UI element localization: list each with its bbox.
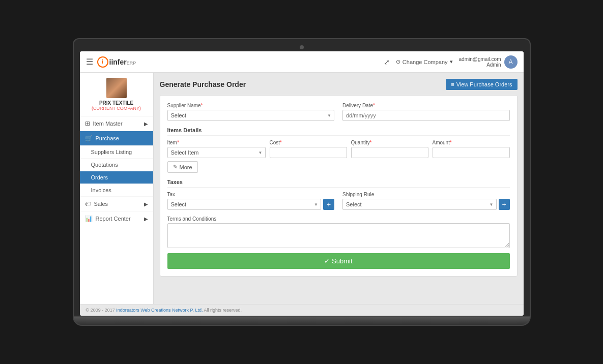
shipping-add-button[interactable]: +: [499, 199, 510, 210]
item-select-wrapper: Select Item: [167, 147, 266, 158]
item-master-icon: ⊞: [85, 120, 90, 127]
taxes-section-title: Taxes: [167, 179, 510, 188]
logo-text: iinfer: [109, 58, 127, 66]
sidebar-item-item-master[interactable]: ⊞ Item Master ▶: [80, 116, 153, 131]
table-icon: ≡: [451, 81, 454, 87]
terms-textarea[interactable]: [167, 223, 510, 248]
shipping-rule-label: Shipping Rule: [342, 192, 510, 197]
user-email: admin@gmail.com: [459, 56, 501, 62]
delivery-date-group: Delivery Date*: [342, 103, 510, 121]
user-text: admin@gmail.com Admin: [459, 56, 501, 68]
sidebar-item-orders[interactable]: Orders: [80, 171, 153, 184]
terms-label: Terms and Conditions: [167, 216, 510, 222]
delivery-date-input[interactable]: [342, 110, 510, 121]
logo-circle: i: [97, 56, 108, 68]
topbar-right: ⤢ ⊙ Change Company ▾ admin@gmail.com Adm…: [384, 55, 518, 69]
company-avatar-image: [106, 78, 127, 98]
user-role: Admin: [459, 62, 501, 68]
sidebar-item-quotations[interactable]: Quotations: [80, 159, 153, 171]
delivery-date-label: Delivery Date*: [342, 103, 510, 108]
sidebar-item-label: Sales: [94, 201, 108, 207]
hamburger-icon[interactable]: ☰: [86, 57, 93, 67]
submit-label: Submit: [332, 257, 352, 265]
cost-label: Cost*: [270, 140, 347, 145]
taxes-section: Taxes Tax Select: [167, 179, 510, 210]
report-icon: 📊: [85, 215, 93, 222]
footer-link[interactable]: Indoreators Web Creations Network P. Ltd…: [116, 308, 203, 313]
supplier-delivery-row: Supplier Name* Select: [167, 103, 510, 121]
sidebar-sub-item-label: Quotations: [91, 162, 118, 168]
main-layout: PRIX TEXTILE (CURRENT COMPANY) ⊞ Item Ma…: [80, 73, 524, 304]
sidebar-sub-item-label: Invoices: [91, 187, 111, 193]
sidebar-item-suppliers-listing[interactable]: Suppliers Listing: [80, 146, 153, 159]
change-company-icon: ⊙: [396, 58, 400, 65]
sidebar-item-report-center[interactable]: 📊 Report Center ▶: [80, 211, 153, 226]
amount-input[interactable]: [433, 147, 510, 158]
sidebar-sub-item-label: Suppliers Listing: [91, 149, 132, 155]
footer-rights: All rights reserved.: [204, 308, 242, 313]
view-po-btn-label: View Purchase Orders: [456, 81, 512, 87]
content-area: Generate Purchase Order ≡ View Purchase …: [154, 73, 524, 304]
sidebar-item-purchase[interactable]: 🛒 Purchase: [80, 131, 153, 146]
item-label: Item*: [167, 140, 266, 145]
taxes-row: Tax Select +: [167, 192, 510, 210]
more-icon: ✎: [173, 164, 178, 170]
sidebar-item-label: Report Center: [96, 216, 131, 222]
topbar-left: ☰ i iinferERP: [86, 56, 136, 68]
chevron-right-icon: ▶: [144, 216, 148, 222]
supplier-name-label: Supplier Name*: [167, 103, 335, 108]
company-sub: (CURRENT COMPANY): [84, 106, 149, 111]
form-card: Supplier Name* Select: [160, 95, 518, 277]
shipping-rule-group: Shipping Rule Select +: [342, 192, 510, 210]
tax-select-wrapper: Select: [167, 199, 322, 210]
quantity-input[interactable]: [351, 147, 428, 158]
sidebar-item-label: Purchase: [96, 135, 119, 141]
logo-erp: ERP: [127, 60, 136, 66]
page-header: Generate Purchase Order ≡ View Purchase …: [160, 79, 518, 90]
quantity-label: Quantity*: [351, 140, 428, 145]
change-company-button[interactable]: ⊙ Change Company ▾: [396, 58, 453, 65]
change-company-label: Change Company: [403, 59, 448, 65]
topbar: ☰ i iinferERP ⤢ ⊙: [80, 51, 524, 73]
company-section: PRIX TEXTILE (CURRENT COMPANY): [80, 73, 153, 116]
avatar[interactable]: A: [504, 55, 518, 69]
items-grid: Item* Select Item: [167, 140, 510, 158]
laptop-base: [73, 317, 531, 326]
sidebar: PRIX TEXTILE (CURRENT COMPANY) ⊞ Item Ma…: [80, 73, 154, 304]
tax-add-button[interactable]: +: [323, 199, 334, 210]
sidebar-item-invoices[interactable]: Invoices: [80, 184, 153, 197]
supplier-select-wrapper: Select: [167, 110, 335, 121]
tax-select[interactable]: Select: [167, 199, 322, 210]
item-group: Item* Select Item: [167, 140, 266, 158]
amount-label: Amount*: [433, 140, 510, 145]
shipping-select-wrapper: Select: [342, 199, 497, 210]
tax-group: Tax Select +: [167, 192, 335, 210]
company-name: PRIX TEXTILE: [84, 100, 149, 106]
submit-icon: ✓: [324, 257, 330, 265]
items-section-title: Items Details: [167, 127, 510, 136]
supplier-select[interactable]: Select: [167, 110, 335, 121]
supplier-name-group: Supplier Name* Select: [167, 103, 335, 121]
expand-icon[interactable]: ⤢: [384, 58, 390, 66]
amount-group: Amount*: [433, 140, 510, 158]
sidebar-item-sales[interactable]: 🏷 Sales ▶: [80, 197, 153, 211]
shipping-input-wrapper: Select +: [342, 199, 510, 210]
tax-label: Tax: [167, 192, 335, 197]
submit-button[interactable]: ✓ Submit: [167, 253, 510, 269]
tax-input-wrapper: Select +: [167, 199, 335, 210]
terms-group: Terms and Conditions: [167, 216, 510, 248]
sales-icon: 🏷: [85, 200, 91, 207]
more-btn-label: More: [180, 164, 192, 170]
quantity-group: Quantity*: [351, 140, 428, 158]
item-select[interactable]: Select Item: [167, 147, 266, 158]
cost-input[interactable]: [270, 147, 347, 158]
more-button[interactable]: ✎ More: [167, 161, 198, 173]
chevron-right-icon: ▶: [144, 201, 148, 207]
shipping-select[interactable]: Select: [342, 199, 497, 210]
sidebar-item-label: Item Master: [93, 120, 123, 127]
sidebar-sub-item-label: Orders: [91, 174, 108, 180]
user-info: admin@gmail.com Admin A: [459, 55, 518, 69]
chevron-right-icon: ▶: [144, 121, 148, 127]
view-purchase-orders-button[interactable]: ≡ View Purchase Orders: [446, 79, 517, 90]
change-company-arrow-icon: ▾: [450, 58, 453, 65]
